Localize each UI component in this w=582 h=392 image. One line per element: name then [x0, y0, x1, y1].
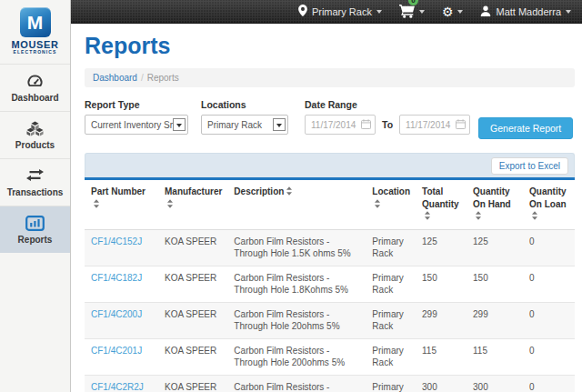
location-cell: Primary Rack [366, 266, 416, 302]
sidebar-item-label: Transactions [0, 187, 70, 197]
page-title: Reports [85, 33, 575, 59]
sidebar-nav: Dashboard Products Transactions Reports [0, 64, 70, 253]
table-body: CF1/4C152J KOA SPEER Carbon Film Resisto… [85, 229, 575, 392]
sort-icon [167, 199, 173, 208]
date-to-input[interactable] [400, 120, 456, 130]
breadcrumb-separator: / [141, 73, 144, 83]
main-content: Reports Dashboard/Reports Report Type Cu… [72, 25, 582, 392]
table-row: CF1/4C201J KOA SPEER Carbon Film Resisto… [85, 338, 575, 375]
part-number-link[interactable]: CF1/4C200J [91, 309, 142, 319]
locations-value: Primary Rack [207, 120, 273, 130]
table-row: CF1/4C200J KOA SPEER Carbon Film Resisto… [85, 302, 575, 338]
part-number-link[interactable]: CF1/4C182J [91, 273, 142, 283]
sort-icon [375, 199, 380, 208]
quantity-on-hand-cell: 300 [467, 375, 523, 392]
column-header-location[interactable]: Location [366, 179, 416, 230]
logo-letter: M [27, 12, 44, 33]
sidebar-item-transactions[interactable]: Transactions [0, 158, 70, 206]
quantity-on-hand-cell: 125 [467, 229, 523, 266]
settings-menu[interactable]: ⚙ [442, 0, 464, 23]
description-cell: Carbon Film Resistors - Through Hole 1.8… [227, 266, 366, 302]
table-row: CF1/4C182J KOA SPEER Carbon Film Resisto… [85, 266, 575, 302]
calendar-icon [361, 116, 371, 133]
table-row: CF1/4C152J KOA SPEER Carbon Film Resisto… [85, 229, 575, 266]
report-type-select[interactable]: Current Inventory Snapshot [85, 115, 188, 135]
column-header-part-number[interactable]: Part Number [85, 179, 158, 230]
column-header-quantity-on-loan[interactable]: Quantity On Loan [523, 179, 575, 230]
location-cell: Primary Rack [366, 375, 416, 392]
column-header-quantity-on-hand[interactable]: Quantity On Hand [467, 179, 523, 230]
brand-subtitle: ELECTRONICS [0, 49, 70, 55]
total-quantity-cell: 125 [416, 229, 467, 266]
column-header-manufacturer[interactable]: Manufacturer [158, 179, 227, 230]
location-cell: Primary Rack [366, 229, 416, 266]
column-header-description[interactable]: Description [227, 179, 366, 230]
sidebar-item-dashboard[interactable]: Dashboard [0, 64, 70, 111]
date-range-to-label: To [382, 119, 393, 130]
description-cell: Carbon Film Resistors - Through Hole 200… [227, 338, 366, 375]
total-quantity-cell: 150 [416, 266, 467, 302]
location-cell: Primary Rack [366, 338, 416, 375]
sidebar-item-reports[interactable]: Reports [0, 206, 70, 253]
locations-label: Locations [201, 99, 288, 110]
sidebar-item-label: Dashboard [0, 93, 70, 103]
breadcrumb-dashboard-link[interactable]: Dashboard [93, 73, 137, 83]
manufacturer-cell: KOA SPEER [158, 266, 227, 302]
quantity-on-hand-cell: 115 [467, 338, 523, 375]
generate-report-button[interactable]: Generate Report [478, 117, 573, 139]
cart-badge: 0 [408, 0, 418, 5]
breadcrumb: Dashboard/Reports [85, 68, 575, 87]
products-cubes-icon [0, 121, 70, 137]
chevron-down-icon [419, 10, 425, 14]
sort-icon [532, 211, 537, 220]
description-cell: Carbon Film Resistors - Through Hole 1.5… [227, 229, 366, 266]
column-header-total-quantity[interactable]: Total Quantity [416, 179, 467, 230]
mouser-logo-icon: M [20, 7, 51, 37]
part-number-link[interactable]: CF1/4C152J [91, 236, 142, 246]
chevron-down-icon [273, 118, 286, 131]
sidebar-item-label: Reports [0, 235, 70, 245]
sort-icon [94, 199, 99, 208]
quantity-on-loan-cell: 0 [523, 375, 575, 392]
manufacturer-cell: KOA SPEER [158, 375, 227, 392]
results-panel: Export to Excel Part Number Manufacturer… [85, 153, 575, 392]
report-type-group: Report Type Current Inventory Snapshot [85, 99, 188, 135]
part-number-cell: CF1/4C2R2J [85, 375, 158, 392]
breadcrumb-current: Reports [147, 73, 179, 83]
quantity-on-loan-cell: 0 [523, 302, 575, 338]
user-menu[interactable]: Matt Madderra [480, 0, 571, 23]
date-range-label: Date Range [305, 99, 470, 110]
sidebar-item-label: Products [0, 140, 70, 150]
brand-logo-block[interactable]: M MOUSER ELECTRONICS [0, 0, 70, 64]
date-range-group: Date Range To [305, 99, 470, 135]
user-name: Matt Madderra [496, 6, 561, 17]
date-from-input[interactable] [306, 120, 361, 130]
report-type-label: Report Type [85, 99, 188, 110]
chevron-down-icon [376, 10, 382, 14]
part-number-cell: CF1/4C200J [85, 302, 158, 338]
gear-icon: ⚙ [442, 5, 454, 18]
brand-name: MOUSER [0, 40, 70, 49]
report-filters: Report Type Current Inventory Snapshot L… [85, 99, 575, 139]
export-to-excel-button[interactable]: Export to Excel [491, 157, 568, 175]
sidebar: M MOUSER ELECTRONICS Dashboard Products [0, 0, 71, 392]
transactions-arrows-icon [0, 168, 70, 185]
part-number-cell: CF1/4C182J [85, 266, 158, 302]
part-number-link[interactable]: CF1/4C2R2J [91, 382, 144, 392]
sort-icon [286, 186, 292, 196]
quantity-on-loan-cell: 0 [523, 266, 575, 302]
part-number-cell: CF1/4C201J [85, 338, 158, 375]
date-from-field [305, 115, 376, 135]
quantity-on-loan-cell: 0 [523, 338, 575, 375]
date-to-field [399, 115, 470, 135]
panel-heading: Export to Excel [85, 153, 575, 177]
sort-icon [425, 211, 430, 220]
manufacturer-cell: KOA SPEER [158, 302, 227, 338]
cart-menu[interactable]: 0 [399, 0, 425, 23]
table-row: CF1/4C2R2J KOA SPEER Carbon Film Resisto… [85, 375, 575, 392]
location-menu[interactable]: Primary Rack [298, 0, 382, 23]
table-header-row: Part Number Manufacturer Description Loc… [85, 179, 575, 230]
part-number-link[interactable]: CF1/4C201J [91, 346, 142, 356]
locations-select[interactable]: Primary Rack [201, 115, 288, 135]
sidebar-item-products[interactable]: Products [0, 111, 70, 158]
